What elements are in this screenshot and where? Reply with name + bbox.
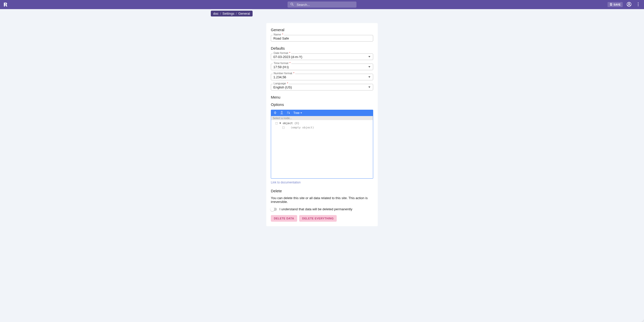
expand-toggle-icon[interactable] xyxy=(279,123,281,124)
svg-point-7 xyxy=(638,4,639,5)
more-menu-button[interactable] xyxy=(635,2,641,7)
breadcrumb: doc / Settings / General xyxy=(211,11,253,16)
json-editor: Tree Select a node... object {0} (empty … xyxy=(271,110,373,179)
save-icon xyxy=(610,3,613,6)
date-format-value: 07-03-2023 (d-m-Y) xyxy=(273,55,302,59)
chevron-down-icon xyxy=(368,77,370,78)
confirm-delete-toggle[interactable] xyxy=(271,208,277,211)
json-root-row[interactable]: object {0} xyxy=(271,121,373,125)
editor-mode-select[interactable]: Tree xyxy=(293,111,302,115)
breadcrumb-separator: / xyxy=(220,12,221,15)
confirm-delete-row: I understand that data will be deleted p… xyxy=(271,207,373,211)
section-title-general: General xyxy=(271,28,373,32)
number-format-value: 1.234,56 xyxy=(273,75,286,79)
delete-everything-button[interactable]: DELETE EVERYTHING xyxy=(299,215,337,222)
expand-all-icon xyxy=(280,111,283,115)
label-number-format: Number format * xyxy=(273,72,295,75)
global-search[interactable] xyxy=(288,2,356,8)
svg-point-8 xyxy=(638,5,639,6)
confirm-delete-label: I understand that data will be deleted p… xyxy=(279,207,352,211)
chevron-down-icon xyxy=(300,112,302,113)
svg-line-1 xyxy=(293,5,293,6)
field-date-format: Date format * 07-03-2023 (d-m-Y) xyxy=(271,53,373,60)
svg-point-5 xyxy=(629,3,630,4)
more-vert-icon xyxy=(636,2,641,8)
delete-data-button[interactable]: DELETE DATA xyxy=(271,215,297,222)
section-title-options: Options xyxy=(271,102,373,107)
json-editor-toolbar: Tree xyxy=(271,110,373,116)
save-button[interactable]: SAVE xyxy=(608,2,623,7)
json-node-search[interactable]: Select a node... xyxy=(271,116,373,120)
field-time-format: Time format * 17:59 (H:i) xyxy=(271,64,373,70)
documentation-link[interactable]: Link to documentation xyxy=(271,181,300,184)
chevron-down-icon xyxy=(368,87,370,88)
json-tree[interactable]: object {0} (empty object) xyxy=(271,120,373,178)
app-logo[interactable] xyxy=(3,2,8,7)
search-input[interactable] xyxy=(296,3,354,7)
topbar: SAVE xyxy=(0,0,644,9)
breadcrumb-item-general[interactable]: General xyxy=(238,12,250,15)
section-title-delete: Delete xyxy=(271,189,373,193)
section-title-defaults: Defaults xyxy=(271,46,373,50)
save-label: SAVE xyxy=(614,3,621,6)
svg-point-0 xyxy=(291,3,293,5)
json-root-count: {0} xyxy=(294,122,299,125)
account-icon xyxy=(627,2,632,8)
field-language: Language * English (US) xyxy=(271,84,373,90)
search-icon xyxy=(290,2,294,7)
field-name: Name * xyxy=(271,35,373,42)
label-name: Name * xyxy=(273,33,284,36)
editor-mode-label: Tree xyxy=(293,111,299,115)
collapse-all-button[interactable] xyxy=(273,111,277,115)
label-date-format: Date format * xyxy=(273,52,291,54)
chevron-down-icon xyxy=(368,66,370,68)
account-button[interactable] xyxy=(626,2,632,7)
drag-handle-icon[interactable] xyxy=(276,122,278,124)
delete-description: You can delete this site or all data rel… xyxy=(271,196,373,204)
settings-card: General Name * Defaults Date format * 07… xyxy=(266,23,378,226)
json-empty-label: (empty object) xyxy=(286,126,314,129)
breadcrumb-item-doc[interactable]: doc xyxy=(213,12,219,15)
sort-button[interactable] xyxy=(286,111,290,115)
sort-icon xyxy=(287,111,290,115)
label-time-format: Time format * xyxy=(273,62,291,65)
field-number-format: Number format * 1.234,56 xyxy=(271,74,373,80)
expand-all-button[interactable] xyxy=(280,111,284,115)
name-input[interactable] xyxy=(271,35,373,42)
json-root-type: object xyxy=(283,122,293,125)
json-empty-row[interactable]: (empty object) xyxy=(271,125,373,130)
svg-rect-2 xyxy=(611,3,612,4)
topbar-actions: SAVE xyxy=(608,2,641,7)
chevron-down-icon xyxy=(368,56,370,58)
language-value: English (US) xyxy=(273,85,292,89)
svg-rect-3 xyxy=(611,5,612,5)
drag-handle-icon[interactable] xyxy=(282,127,285,129)
svg-point-6 xyxy=(638,2,639,3)
time-format-value: 17:59 (H:i) xyxy=(273,65,289,69)
label-language: Language * xyxy=(273,82,289,85)
breadcrumb-item-settings[interactable]: Settings xyxy=(222,12,234,15)
section-title-menu: Menu xyxy=(271,95,373,99)
collapse-all-icon xyxy=(273,111,277,115)
breadcrumb-separator: / xyxy=(236,12,237,15)
